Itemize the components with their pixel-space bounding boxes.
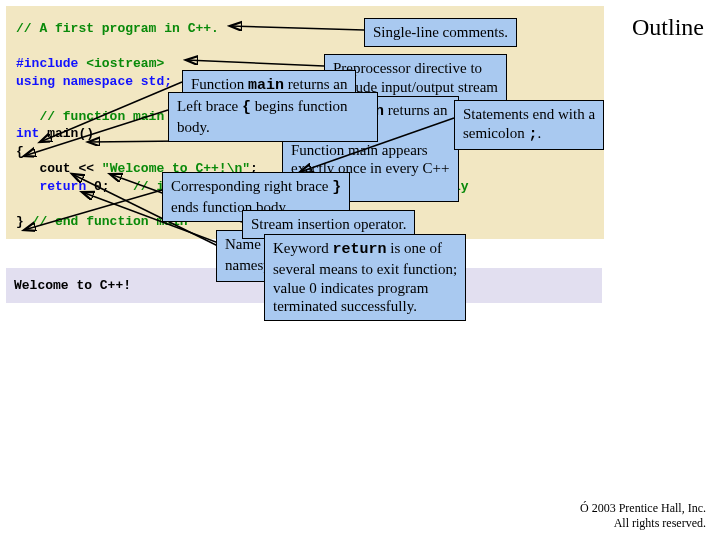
- callout-return: Keyword return is one of several means t…: [264, 234, 466, 321]
- code-cout: cout <<: [16, 161, 102, 176]
- callout-semi-l2a: semicolon: [463, 125, 528, 141]
- callout-ret-2: several means to exit function;: [273, 261, 457, 277]
- callout-main-line3: Function main appears: [291, 142, 428, 158]
- callout-rb-1a: Corresponding right brace: [171, 178, 332, 194]
- callout-mainret-1c: returns an: [284, 76, 347, 92]
- callout-stream-text: Stream insertion operator.: [251, 216, 406, 232]
- callout-ret-1a: Keyword: [273, 240, 333, 256]
- code-int: int: [16, 126, 39, 141]
- callout-lb-1b: {: [242, 99, 251, 116]
- callout-mainret-1a: Function: [191, 76, 248, 92]
- code-zero: 0: [94, 179, 102, 194]
- callout-single-line: Single-line comments.: [364, 18, 517, 47]
- code-return: return: [16, 179, 94, 194]
- callout-main-line1c: returns an: [384, 102, 447, 118]
- callout-ret-1c: is one of: [387, 240, 442, 256]
- code-main-sig: main(): [39, 126, 94, 141]
- code-line-1: // A first program in C++.: [16, 21, 219, 36]
- code-semicolon2: ;: [102, 179, 133, 194]
- code-include-keyword: #include: [16, 56, 78, 71]
- callout-lb-2: body.: [177, 119, 210, 135]
- callout-semicolon: Statements end with a semicolon ;.: [454, 100, 604, 150]
- callout-ret-1b: return: [333, 241, 387, 258]
- callout-semi-l2c: .: [537, 125, 541, 141]
- callout-left-brace: Left brace { begins function body.: [168, 92, 378, 142]
- callout-single-line-text: Single-line comments.: [373, 24, 508, 40]
- code-rbrace: }: [16, 214, 32, 229]
- callout-lb-1a: Left brace: [177, 98, 242, 114]
- code-lbrace: {: [16, 144, 24, 159]
- callout-ret-4: terminated successfully.: [273, 298, 417, 314]
- copyright-line1: Ó 2003 Prentice Hall, Inc.: [580, 501, 706, 515]
- code-include-header: <iostream>: [86, 56, 164, 71]
- code-using-namespace: using namespace std;: [16, 74, 172, 89]
- callout-rb-1b: }: [332, 179, 341, 196]
- copyright: Ó 2003 Prentice Hall, Inc. All rights re…: [580, 501, 706, 530]
- callout-semi-l1: Statements end with a: [463, 106, 595, 122]
- callout-ret-3: value 0 indicates program: [273, 280, 428, 296]
- outline-heading: Outline: [632, 14, 704, 41]
- copyright-line2: All rights reserved.: [614, 516, 706, 530]
- callout-lb-1c: begins function: [251, 98, 348, 114]
